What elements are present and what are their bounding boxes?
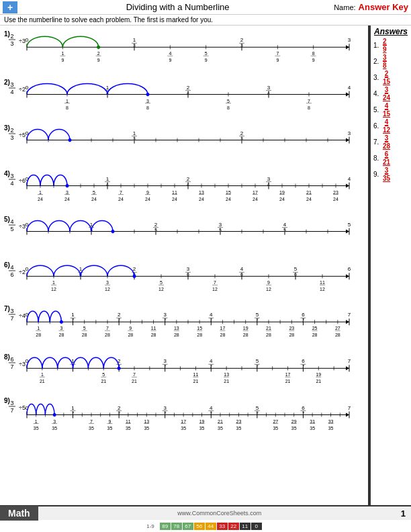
svg-text:4: 4: [348, 85, 351, 91]
svg-text:3: 3: [10, 308, 13, 314]
svg-text:21: 21: [306, 190, 312, 195]
svg-text:21: 21: [218, 419, 223, 424]
svg-text:÷6: ÷6: [19, 177, 26, 184]
svg-text:7: 7: [256, 411, 259, 416]
svg-text:2: 2: [187, 85, 190, 91]
svg-text:17: 17: [220, 326, 226, 330]
svg-text:6: 6: [348, 266, 351, 272]
svg-text:÷3: ÷3: [19, 223, 26, 230]
svg-text:9: 9: [97, 58, 100, 62]
svg-text:1: 1: [106, 176, 109, 182]
answer-item-9: 9. 3 35: [373, 167, 408, 182]
svg-text:35: 35: [52, 426, 57, 431]
svg-text:21: 21: [101, 379, 106, 384]
svg-text:3: 3: [348, 130, 351, 136]
svg-text:9: 9: [276, 58, 279, 62]
svg-text:12: 12: [51, 287, 56, 292]
svg-text:28: 28: [174, 332, 179, 337]
svg-text:7: 7: [348, 312, 351, 318]
svg-text:5: 5: [83, 326, 86, 330]
svg-text:21: 21: [224, 379, 229, 384]
svg-text:35: 35: [34, 426, 39, 431]
svg-marker-296: [346, 320, 349, 324]
svg-text:12: 12: [266, 287, 271, 292]
svg-text:3: 3: [10, 134, 13, 141]
svg-text:3: 3: [219, 222, 222, 228]
svg-text:35: 35: [199, 426, 205, 431]
svg-text:28: 28: [105, 332, 110, 337]
answer-item-5: 5. 4 15: [373, 102, 408, 118]
svg-text:9: 9: [267, 280, 270, 285]
svg-text:3: 3: [163, 312, 167, 318]
svg-text:19: 19: [199, 419, 205, 424]
svg-text:5: 5: [93, 190, 95, 195]
svg-text:4: 4: [240, 266, 244, 272]
svg-text:13: 13: [174, 326, 179, 330]
answer-item-2: 2. 3 8: [373, 54, 408, 69]
svg-text:8: 8: [308, 105, 310, 110]
answers-sidebar: Answers 1. 2 9 2. 3 8 3. 2 15 4. 3 24 5.…: [369, 26, 411, 505]
answer-item-8: 8. 6 21: [373, 150, 408, 166]
svg-text:9: 9: [61, 58, 64, 62]
svg-text:28: 28: [266, 332, 271, 337]
svg-text:7): 7): [4, 305, 10, 312]
svg-text:24: 24: [91, 197, 97, 202]
svg-text:6: 6: [187, 272, 189, 277]
svg-text:4: 4: [106, 182, 109, 187]
score-box-7: 11: [240, 523, 250, 530]
svg-text:1: 1: [61, 51, 64, 56]
svg-text:28: 28: [36, 332, 41, 337]
svg-text:5: 5: [256, 358, 259, 364]
svg-text:11: 11: [193, 372, 199, 377]
svg-text:24: 24: [306, 197, 312, 202]
svg-text:1: 1: [37, 326, 40, 330]
svg-text:7: 7: [276, 51, 279, 56]
svg-text:3: 3: [267, 85, 271, 91]
svg-text:24: 24: [253, 197, 258, 202]
svg-text:13: 13: [224, 372, 229, 377]
svg-marker-240: [346, 274, 349, 278]
svg-text:4: 4: [210, 358, 213, 364]
svg-text:7: 7: [164, 411, 167, 416]
svg-text:3: 3: [60, 326, 62, 330]
svg-text:28: 28: [243, 332, 248, 337]
svg-text:28: 28: [59, 332, 64, 337]
svg-text:3: 3: [133, 43, 136, 48]
svg-point-459: [118, 367, 121, 370]
svg-text:28: 28: [197, 332, 202, 337]
svg-text:8: 8: [146, 105, 149, 110]
svg-text:23: 23: [333, 190, 338, 195]
svg-text:31: 31: [310, 419, 315, 424]
svg-text:7: 7: [10, 363, 13, 370]
svg-text:1: 1: [71, 312, 75, 318]
score-range: 1-9: [146, 523, 154, 529]
svg-text:2: 2: [240, 37, 244, 43]
svg-text:9: 9: [108, 419, 111, 424]
svg-point-233: [111, 230, 115, 233]
svg-text:11: 11: [151, 326, 156, 330]
svg-text:28: 28: [82, 332, 87, 337]
svg-text:4): 4): [4, 170, 10, 177]
svg-text:4: 4: [267, 182, 270, 187]
svg-text:5: 5: [256, 405, 259, 411]
svg-text:19: 19: [243, 326, 248, 330]
svg-text:12: 12: [105, 287, 110, 292]
svg-text:35: 35: [144, 426, 149, 431]
svg-text:5: 5: [227, 99, 230, 103]
svg-text:6: 6: [302, 312, 305, 318]
svg-marker-6: [346, 45, 349, 49]
svg-text:8: 8: [66, 105, 68, 110]
svg-text:3: 3: [146, 99, 149, 103]
svg-text:1: 1: [39, 190, 42, 195]
svg-text:35: 35: [328, 426, 334, 431]
svg-text:9: 9: [312, 58, 315, 62]
score-box-0: 89: [160, 523, 171, 530]
svg-text:7: 7: [256, 364, 259, 369]
svg-text:÷3: ÷3: [19, 361, 26, 367]
header: + Dividing with a Numberline Name: Answe…: [0, 0, 411, 15]
svg-text:3: 3: [66, 190, 68, 195]
svg-marker-90: [346, 138, 349, 142]
svg-text:24: 24: [64, 197, 70, 202]
svg-text:3: 3: [163, 405, 167, 411]
answer-item-3: 3. 2 15: [373, 70, 408, 85]
